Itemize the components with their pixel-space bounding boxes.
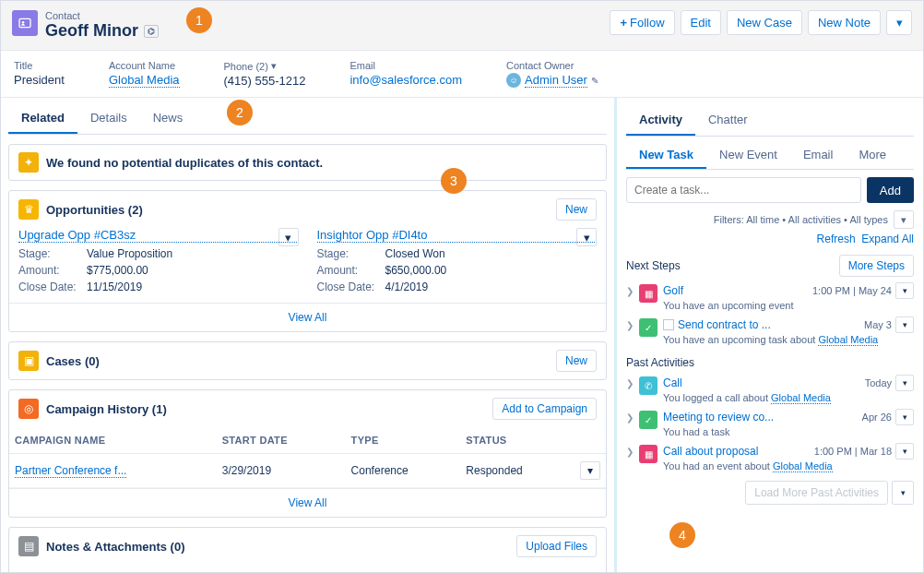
opportunities-title: Opportunities (2) (46, 203, 549, 217)
task-icon: ✓ (639, 411, 657, 429)
related-account-link[interactable]: Global Media (771, 392, 831, 404)
campaign-icon: ◎ (18, 399, 39, 419)
call-icon: ✆ (639, 376, 657, 395)
add-to-campaign-button[interactable]: Add to Campaign (492, 398, 597, 420)
opportunities-card: ♛ Opportunities (2) New Upgrade Opp #CB3… (8, 190, 607, 332)
activity-link[interactable]: Call (663, 376, 682, 389)
contact-icon (12, 10, 38, 36)
notes-title: Notes & Attachments (0) (46, 540, 509, 554)
callout-1: 1 (186, 7, 212, 33)
more-steps-button[interactable]: More Steps (839, 255, 914, 277)
duplicates-msg: We found no potential duplicates of this… (46, 156, 597, 170)
activity-menu[interactable]: ▾ (895, 443, 914, 460)
chevron-right-icon[interactable]: ❯ (626, 316, 634, 330)
new-opportunity-button[interactable]: New (556, 198, 597, 221)
tab-chatter[interactable]: Chatter (695, 105, 761, 136)
activity-date: 1:00 PM | May 24 (812, 285, 892, 296)
expand-all-link[interactable]: Expand All (861, 233, 914, 245)
account-link[interactable]: Global Media (109, 73, 180, 88)
phone-label: Phone (2) ▾ (224, 60, 306, 72)
activity-menu[interactable]: ▾ (895, 375, 914, 391)
activity-link[interactable]: Call about proposal (663, 445, 758, 458)
activity-subtext: You have an upcoming task about Global M… (663, 334, 914, 345)
refresh-link[interactable]: Refresh (817, 233, 856, 245)
new-case-button[interactable]: New Case (727, 10, 802, 35)
subtab-new-task[interactable]: New Task (626, 142, 706, 169)
load-more-menu[interactable]: ▾ (892, 481, 914, 505)
tab-news[interactable]: News (140, 103, 196, 134)
case-icon: ▣ (18, 351, 39, 371)
upload-files-button[interactable]: Upload Files (516, 535, 597, 557)
activity-item: ❯ ▦ Call about proposal1:00 PM | Mar 18▾… (626, 443, 914, 472)
tab-details[interactable]: Details (77, 103, 140, 134)
chevron-right-icon[interactable]: ❯ (626, 409, 634, 423)
chevron-right-icon[interactable]: ❯ (626, 282, 634, 296)
email-link[interactable]: info@salesforce.com (349, 73, 462, 87)
campaign-link[interactable]: Partner Conference f... (15, 464, 126, 478)
add-task-button[interactable]: Add (867, 177, 914, 203)
opportunities-view-all[interactable]: View All (289, 311, 327, 324)
opportunity-link[interactable]: Upgrade Opp #CB3sz (18, 228, 299, 243)
left-tabs: Related Details News (8, 103, 607, 135)
related-account-link[interactable]: Global Media (773, 460, 833, 472)
subtab-email[interactable]: Email (790, 142, 847, 169)
tab-activity[interactable]: Activity (626, 105, 695, 136)
owner-link[interactable]: Admin User (525, 73, 587, 88)
activity-item: ❯ ✆ CallToday▾ You logged a call about G… (626, 375, 914, 403)
campaign-title: Campaign History (1) (46, 402, 485, 416)
activity-menu[interactable]: ▾ (895, 316, 914, 333)
activity-link[interactable]: Meeting to review co... (663, 411, 774, 424)
edit-button[interactable]: Edit (681, 10, 721, 35)
related-account-link[interactable]: Global Media (818, 334, 878, 346)
account-label: Account Name (109, 60, 180, 71)
edit-owner-icon[interactable]: ✎ (591, 76, 598, 86)
row-menu[interactable]: ▾ (580, 461, 600, 480)
opportunity-menu[interactable]: ▾ (278, 228, 299, 246)
activity-item: ❯ ✓ Send contract to ... May 3 ▾ You hav… (626, 316, 914, 345)
cases-card: ▣ Cases (0) New (8, 341, 607, 380)
callout-3: 3 (441, 168, 467, 194)
create-task-input[interactable] (626, 177, 861, 203)
activity-link[interactable]: Golf (663, 284, 683, 297)
opportunity-link[interactable]: Insightor Opp #DI4to (317, 228, 598, 243)
subtab-more[interactable]: More (846, 142, 899, 169)
col-type: TYPE (346, 427, 461, 454)
opportunity-menu[interactable]: ▾ (576, 228, 597, 246)
avatar-icon: ☺ (506, 73, 521, 88)
load-more-button[interactable]: Load More Past Activities (745, 481, 888, 505)
duplicates-card: ✦ We found no potential duplicates of th… (8, 144, 607, 181)
filters-menu[interactable]: ▾ (894, 210, 914, 229)
next-steps-label: Next Steps (626, 259, 681, 272)
callout-4: 4 (669, 522, 695, 548)
event-icon: ▦ (639, 445, 657, 463)
follow-button[interactable]: +Follow (610, 10, 674, 35)
subtab-new-event[interactable]: New Event (706, 142, 790, 169)
activity-link[interactable]: Send contract to ... (678, 318, 771, 331)
new-note-button[interactable]: New Note (808, 10, 881, 35)
callout-2: 2 (227, 100, 253, 125)
more-actions-button[interactable]: ▾ (886, 10, 912, 35)
task-icon: ✓ (639, 318, 657, 337)
chevron-right-icon[interactable]: ❯ (626, 375, 634, 388)
new-case-related-button[interactable]: New (556, 350, 597, 372)
tab-related[interactable]: Related (8, 103, 77, 134)
email-label: Email (349, 60, 462, 71)
filters-text: Filters: All time • All activities • All… (714, 214, 888, 225)
table-row: Partner Conference f... 3/29/2019 Confer… (9, 454, 606, 488)
activity-subtext: You have an upcoming event (663, 300, 914, 311)
chevron-right-icon[interactable]: ❯ (626, 443, 634, 457)
opportunity-item: Upgrade Opp #CB3sz ▾ Stage:Value Proposi… (18, 228, 299, 295)
col-start-date: START DATE (217, 427, 346, 454)
col-status: STATUS (460, 427, 575, 454)
owner-label: Contact Owner (506, 60, 598, 71)
phone-value: (415) 555-1212 (224, 74, 306, 88)
activity-menu[interactable]: ▾ (895, 409, 914, 425)
highlights-panel: Title President Account Name Global Medi… (1, 51, 923, 98)
attachment-icon: ▤ (18, 536, 39, 556)
svg-point-1 (22, 21, 25, 24)
hierarchy-icon[interactable]: ⌬ (144, 25, 159, 38)
record-type-label: Contact (45, 10, 602, 21)
activity-menu[interactable]: ▾ (895, 282, 914, 299)
campaign-view-all[interactable]: View All (289, 496, 327, 509)
task-checkbox[interactable] (663, 319, 674, 330)
